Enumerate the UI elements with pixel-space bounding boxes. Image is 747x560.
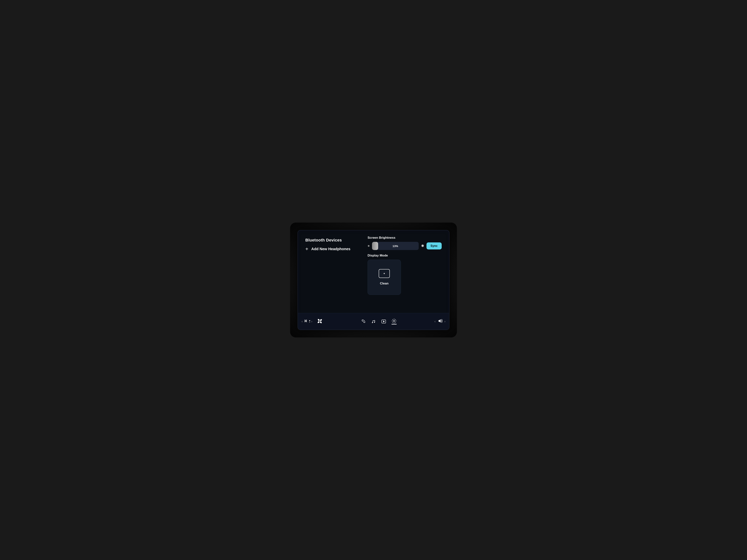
svg-point-0 bbox=[305, 321, 306, 321]
brightness-slider[interactable]: 13% bbox=[372, 242, 419, 250]
nav-right-arrow-fan[interactable]: › bbox=[311, 320, 312, 323]
video-nav-item bbox=[381, 319, 386, 324]
right-panel: Screen Brightness ✺ 13% ✸ Sync Display M… bbox=[367, 236, 442, 309]
display-mode-icon bbox=[379, 269, 390, 278]
car-screen: Bluetooth Devices + Add New Headphones S… bbox=[298, 230, 449, 330]
settings-active-indicator bbox=[391, 324, 397, 324]
nav-center bbox=[361, 318, 397, 324]
sync-button[interactable]: Sync bbox=[427, 242, 442, 249]
bottom-nav: ‹ › bbox=[298, 313, 449, 330]
music-icon[interactable] bbox=[371, 319, 376, 324]
display-mode-clean-card[interactable]: Clean bbox=[367, 260, 401, 295]
bluetooth-title: Bluetooth Devices bbox=[305, 238, 367, 243]
brightness-label: Screen Brightness bbox=[367, 236, 442, 240]
nav-left-arrow-right-side[interactable]: ‹ bbox=[434, 320, 435, 323]
add-headphones-item[interactable]: + Add New Headphones bbox=[305, 246, 367, 251]
left-panel: Bluetooth Devices + Add New Headphones bbox=[305, 236, 367, 309]
fan-large-icon[interactable] bbox=[316, 318, 323, 325]
nav-left-arrow[interactable]: ‹ bbox=[302, 320, 303, 323]
svg-marker-5 bbox=[383, 321, 385, 322]
nav-right-arrow-right-side[interactable]: › bbox=[444, 320, 445, 323]
fan-small-icon[interactable] bbox=[304, 319, 308, 324]
phone-icon[interactable] bbox=[361, 319, 366, 324]
fan-dot-2 bbox=[309, 322, 310, 323]
fan-dots bbox=[309, 320, 310, 323]
display-mode-section: Display Mode Clean bbox=[367, 254, 442, 295]
volume-icon[interactable] bbox=[437, 318, 443, 325]
svg-point-3 bbox=[374, 322, 375, 323]
fan-group bbox=[304, 319, 310, 324]
settings-nav-item bbox=[391, 318, 397, 324]
display-mode-label: Display Mode bbox=[367, 254, 442, 258]
add-plus-icon: + bbox=[305, 246, 308, 251]
settings-icon[interactable] bbox=[391, 318, 397, 323]
brightness-value: 13% bbox=[372, 244, 419, 247]
svg-point-6 bbox=[393, 320, 395, 322]
video-icon[interactable] bbox=[381, 319, 386, 324]
main-content: Bluetooth Devices + Add New Headphones S… bbox=[298, 230, 449, 313]
phone-nav-item bbox=[361, 319, 366, 324]
fan-dot-1 bbox=[309, 320, 310, 321]
brightness-low-icon: ✺ bbox=[367, 244, 370, 247]
add-headphones-label: Add New Headphones bbox=[311, 247, 350, 251]
brightness-section: Screen Brightness ✺ 13% ✸ Sync bbox=[367, 236, 442, 250]
svg-point-1 bbox=[319, 320, 320, 322]
car-surround: Bluetooth Devices + Add New Headphones S… bbox=[290, 222, 457, 338]
nav-right: ‹ › bbox=[434, 318, 445, 325]
brightness-row: ✺ 13% ✸ Sync bbox=[367, 242, 442, 250]
music-nav-item bbox=[371, 319, 376, 324]
nav-left: ‹ › bbox=[302, 318, 323, 325]
svg-point-2 bbox=[372, 322, 373, 323]
brightness-high-icon: ✸ bbox=[421, 243, 424, 248]
display-mode-clean-label: Clean bbox=[380, 282, 388, 285]
